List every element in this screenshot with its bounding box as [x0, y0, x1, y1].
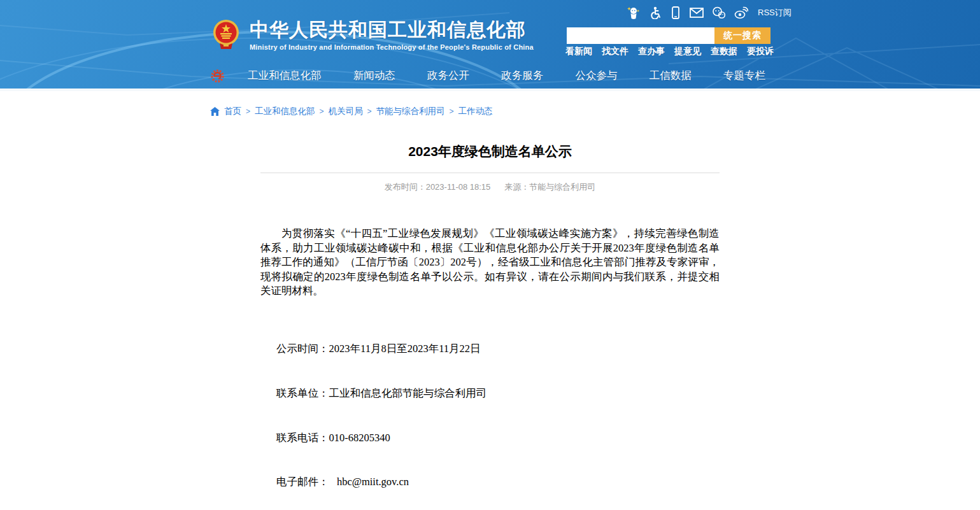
national-emblem-icon	[212, 19, 240, 50]
contact-phone: 联系电话：010-68205340	[276, 430, 720, 445]
nav-item-special-topics[interactable]: 专题专栏	[723, 69, 765, 83]
article-meta: 发布时间：2023-11-08 18:15来源：节能与综合利用司	[260, 181, 720, 193]
gov-e-icon[interactable]	[210, 69, 225, 83]
mail-icon[interactable]	[690, 7, 704, 18]
quick-link-services[interactable]: 查办事	[638, 46, 665, 57]
publish-time: 2023-11-08 18:15	[426, 182, 491, 192]
home-icon[interactable]	[210, 107, 220, 116]
search-bar: 统一搜索	[567, 27, 771, 44]
page: 中华人民共和国工业和信息化部 Ministry of Industry and …	[0, 0, 980, 510]
article-body: 为贯彻落实《“十四五”工业绿色发展规划》《工业领域碳达峰实施方案》，持续完善绿色…	[260, 227, 720, 510]
breadcrumb-work-updates[interactable]: 工作动态	[458, 106, 493, 117]
mascot-icon[interactable]	[627, 6, 641, 20]
nav-item-gov-disclosure[interactable]: 政务公开	[427, 69, 469, 83]
contact-email: 电子邮件： hbc@miit.gov.cn	[276, 474, 720, 489]
title-divider	[260, 173, 720, 173]
quick-link-files[interactable]: 找文件	[602, 46, 628, 57]
top-icon-row: RSS订阅	[627, 6, 792, 20]
search-input[interactable]	[567, 27, 714, 44]
source-value: 节能与综合利用司	[529, 182, 595, 192]
breadcrumb-ministry[interactable]: 工业和信息化部	[255, 106, 315, 117]
public-notice-period: 公示时间：2023年11月8日至2023年11月22日	[276, 341, 720, 356]
nav-items: 工业和信息化部 新闻动态 政务公开 政务服务 公众参与 工信数据 专题专栏	[248, 69, 765, 83]
quick-link-data[interactable]: 查数据	[711, 46, 737, 57]
quick-link-complaint[interactable]: 要投诉	[747, 46, 774, 57]
breadcrumb-energy-dept[interactable]: 节能与综合利用司	[376, 106, 445, 117]
nav-item-news[interactable]: 新闻动态	[353, 69, 395, 83]
nav-item-gov-services[interactable]: 政务服务	[501, 69, 543, 83]
accessibility-icon[interactable]	[649, 6, 662, 19]
source-label: 来源：	[504, 182, 529, 192]
main-nav: 工业和信息化部 新闻动态 政务公开 政务服务 公众参与 工信数据 专题专栏	[210, 66, 765, 85]
site-logo-block[interactable]: 中华人民共和国工业和信息化部 Ministry of Industry and …	[212, 19, 534, 51]
quick-link-feedback[interactable]: 提意见	[674, 46, 701, 57]
nav-item-ministry[interactable]: 工业和信息化部	[248, 69, 322, 83]
contact-block: 公示时间：2023年11月8日至2023年11月22日 联系单位：工业和信息化部…	[276, 312, 720, 510]
quick-link-news[interactable]: 看新闻	[565, 46, 592, 57]
breadcrumb-separator: >	[320, 107, 324, 116]
site-subtitle: Ministry of Industry and Information Tec…	[250, 43, 534, 51]
site-title: 中华人民共和国工业和信息化部	[250, 19, 534, 41]
quick-links-row: 看新闻 找文件 查办事 提意见 查数据 要投诉	[565, 46, 774, 57]
nav-item-data[interactable]: 工信数据	[650, 69, 692, 83]
breadcrumb-separator: >	[450, 107, 454, 116]
breadcrumb-separator: >	[246, 107, 250, 116]
contact-unit: 联系单位：工业和信息化部节能与综合利用司	[276, 386, 720, 400]
breadcrumb-home[interactable]: 首页	[224, 106, 241, 117]
article: 2023年度绿色制造名单公示 发布时间：2023-11-08 18:15来源：节…	[260, 143, 720, 510]
body-paragraph: 为贯彻落实《“十四五”工业绿色发展规划》《工业领域碳达峰实施方案》，持续完善绿色…	[260, 227, 720, 299]
unified-search-button[interactable]: 统一搜索	[714, 27, 771, 44]
breadcrumb: 首页 > 工业和信息化部 > 机关司局 > 节能与综合利用司 > 工作动态	[210, 106, 493, 117]
site-titles: 中华人民共和国工业和信息化部 Ministry of Industry and …	[250, 19, 534, 51]
wechat-icon[interactable]	[712, 6, 726, 19]
publish-time-label: 发布时间：	[385, 182, 426, 192]
site-header: 中华人民共和国工业和信息化部 Ministry of Industry and …	[0, 0, 980, 91]
breadcrumb-separator: >	[367, 107, 372, 116]
mobile-icon[interactable]	[670, 6, 681, 19]
weibo-icon[interactable]	[734, 6, 748, 19]
page-title: 2023年度绿色制造名单公示	[260, 143, 720, 160]
rss-subscribe-link[interactable]: RSS订阅	[758, 7, 792, 18]
breadcrumb-departments[interactable]: 机关司局	[329, 106, 363, 117]
nav-item-public-participation[interactable]: 公众参与	[576, 69, 618, 83]
